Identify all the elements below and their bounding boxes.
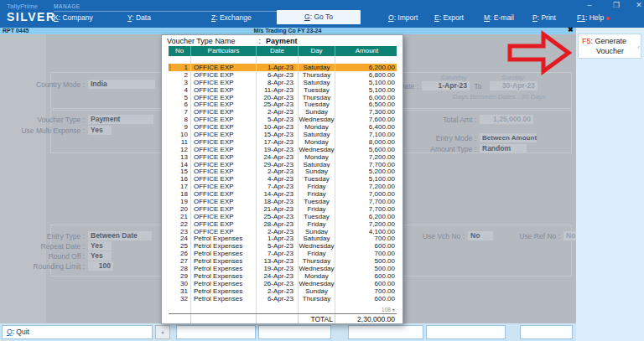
- cell-particulars: OFFICE EXP: [190, 190, 256, 198]
- cell-no: 22: [169, 220, 190, 228]
- cell-day: Tuesday: [298, 101, 335, 108]
- table-row[interactable]: 26Petrol Expenses7-Apr-23Friday700.00: [169, 250, 397, 257]
- table-row[interactable]: 13OFFICE EXP24-Apr-23Monday7,200.00: [169, 153, 397, 161]
- table-row[interactable]: 14OFFICE EXP29-Apr-23Saturday7,700.00: [169, 161, 397, 168]
- column-header-amount: Amount: [335, 46, 398, 56]
- window-close-button[interactable]: ✕: [631, 1, 644, 9]
- cell-amount: 7,700.00: [335, 161, 398, 168]
- cell-day: Friday: [298, 205, 335, 213]
- table-row[interactable]: 9OFFICE EXP10-Apr-23Monday6,400.00: [169, 123, 397, 131]
- menu-item-e-mail[interactable]: M: E-mail: [484, 13, 514, 22]
- table-row[interactable]: 7OFFICE EXP2-Apr-23Sunday7,300.00: [169, 108, 397, 116]
- day-from-note: Saturday: [429, 74, 478, 81]
- table-row[interactable]: 1OFFICE EXP1-Apr-23Saturday6,200.00: [169, 64, 397, 71]
- table-row[interactable]: 31Petrol Expenses2-Apr-23Sunday700.00: [169, 287, 397, 295]
- table-row[interactable]: 16OFFICE EXP4-Apr-23Tuesday5,100.00: [169, 175, 397, 183]
- cell-amount: 500.00: [335, 257, 398, 265]
- cell-no: 15: [169, 168, 190, 175]
- cell-no: 7: [169, 108, 190, 116]
- hotkey: E: [434, 13, 439, 22]
- table-row[interactable]: 10OFFICE EXP15-Apr-23Saturday7,100.00: [169, 131, 397, 138]
- table-row[interactable]: 28Petrol Expenses19-Apr-23Wednesday500.0…: [169, 265, 397, 272]
- blank-row: [169, 56, 397, 64]
- cell-amount: 6,000.00: [335, 94, 398, 101]
- field-label: Entry Type :: [4, 232, 88, 240]
- cell-no: 25: [169, 242, 190, 250]
- table-row[interactable]: 6OFFICE EXP25-Apr-23Tuesday6,500.00: [169, 101, 397, 108]
- table-row[interactable]: 4OFFICE EXP11-Apr-23Tuesday5,100.00: [169, 86, 397, 94]
- cell-amount: 7,200.00: [335, 220, 398, 228]
- goto-button[interactable]: G: Go To: [277, 10, 361, 24]
- table-row[interactable]: 3OFFICE EXP8-Apr-23Saturday5,100.00: [169, 79, 397, 86]
- cell-day: Saturday: [298, 161, 335, 168]
- cell-amount: 5,200.00: [335, 168, 398, 175]
- quit-button[interactable]: Q: Quit: [2, 325, 153, 339]
- table-row[interactable]: 24Petrol Expenses1-Apr-23Saturday700.00: [169, 235, 397, 242]
- cell-particulars: OFFICE EXP: [190, 123, 256, 131]
- table-row[interactable]: 5OFFICE EXP20-Apr-23Thursday6,000.00: [169, 94, 397, 101]
- cell-day: Thursday: [298, 257, 335, 265]
- menu-item-import[interactable]: O: Import: [388, 13, 418, 22]
- field-amount-type: Amount Type : Random: [402, 144, 527, 153]
- window-minimize-button[interactable]: –: [581, 1, 598, 9]
- table-row[interactable]: 23OFFICE EXP2-Apr-23Sunday4,100.00: [169, 228, 397, 235]
- table-row[interactable]: 22OFFICE EXP28-Apr-23Friday7,200.00: [169, 220, 397, 228]
- cell-date: 5-Apr-23: [256, 116, 298, 123]
- table-row[interactable]: 21OFFICE EXP25-Apr-23Tuesday6,200.00: [169, 213, 397, 220]
- cell-date: 25-Apr-23: [256, 213, 298, 220]
- menu-item-data[interactable]: Y: Data: [127, 13, 151, 22]
- cell-date: 1-Apr-23: [256, 64, 298, 71]
- column-header-day: Day: [298, 46, 335, 56]
- cell-date: 24-Apr-23: [256, 153, 298, 161]
- cell-amount: 5,100.00: [335, 79, 398, 86]
- table-row[interactable]: 8OFFICE EXP5-Apr-23Wednesday7,600.00: [169, 116, 397, 123]
- table-row[interactable]: 18OFFICE EXP14-Apr-23Friday7,000.00: [169, 190, 397, 198]
- quit-text: Quit: [16, 328, 29, 336]
- cell-no: 1: [169, 64, 190, 71]
- cell-date: 2-Apr-23: [256, 287, 298, 295]
- table-row[interactable]: 25Petrol Expenses5-Apr-23Wednesday600.00: [169, 242, 397, 250]
- table-row[interactable]: 29Petrol Expenses24-Apr-23Monday600.00: [169, 272, 397, 280]
- popup-title-value: Payment: [261, 37, 298, 45]
- table-row[interactable]: 32Petrol Expenses6-Apr-23Thursday600.00: [169, 295, 397, 302]
- column-header-date: Date: [256, 46, 298, 56]
- date-to-word: To: [470, 82, 490, 90]
- total-value: 2,30,000.00: [335, 314, 398, 323]
- table-row[interactable]: 15OFFICE EXP2-Apr-23Sunday5,200.00: [169, 168, 397, 175]
- cell-amount: 500.00: [335, 265, 398, 272]
- table-row[interactable]: 30Petrol Expenses26-Apr-23Wednesday600.0…: [169, 280, 397, 287]
- field-value: Random: [480, 144, 527, 153]
- f5-generate-voucher-button[interactable]: F5: Generate Voucher ‹: [578, 34, 641, 59]
- cell-particulars: OFFICE EXP: [190, 131, 256, 138]
- cell-no: 21: [169, 213, 190, 220]
- cell-no: 2: [169, 71, 190, 79]
- menu-item-exchange[interactable]: Z: Exchange: [211, 13, 252, 22]
- table-row[interactable]: 19OFFICE EXP18-Apr-23Tuesday7,700.00: [169, 198, 397, 205]
- cell-no: 4: [169, 86, 190, 94]
- table-row[interactable]: 2OFFICE EXP6-Apr-23Thursday6,800.00: [169, 71, 397, 79]
- menu-item-help[interactable]: F1: Help: [577, 13, 610, 22]
- cell-no: 29: [169, 272, 190, 280]
- scroll-left-icon[interactable]: ‹: [637, 43, 640, 53]
- window-maximize-button[interactable]: ❐: [608, 1, 625, 9]
- field-country-mode: Country Mode : India: [4, 80, 155, 89]
- menu-item-export[interactable]: E: Export: [434, 13, 464, 22]
- cell-no: 3: [169, 79, 190, 86]
- field-total-amt: Total Amt : 1,25,000.00: [402, 115, 533, 124]
- scroll-down-icon[interactable]: ▾: [392, 307, 395, 313]
- cell-particulars: OFFICE EXP: [190, 183, 256, 190]
- menu-item-print[interactable]: P: Print: [532, 13, 556, 22]
- menu-item-company[interactable]: K: Company: [54, 13, 93, 22]
- cell-amount: 6,800.00: [335, 71, 398, 79]
- table-row[interactable]: 12OFFICE EXP19-Apr-23Wednesday5,600.00: [169, 146, 397, 153]
- cell-day: Sunday: [298, 108, 335, 116]
- table-row[interactable]: 27Petrol Expenses13-Apr-23Thursday500.00: [169, 257, 397, 265]
- table-row[interactable]: 17OFFICE EXP7-Apr-23Friday7,200.00: [169, 183, 397, 190]
- table-row[interactable]: 11OFFICE EXP17-Apr-23Monday8,000.00: [169, 138, 397, 146]
- table-row[interactable]: 20OFFICE EXP21-Apr-23Friday7,700.00: [169, 205, 397, 213]
- cell-particulars: Petrol Expenses: [190, 287, 256, 295]
- cell-date: 17-Apr-23: [256, 138, 298, 146]
- expand-toggle[interactable]: ▴: [155, 325, 170, 339]
- cell-day: Monday: [298, 138, 335, 146]
- cell-amount: 6,500.00: [335, 101, 398, 108]
